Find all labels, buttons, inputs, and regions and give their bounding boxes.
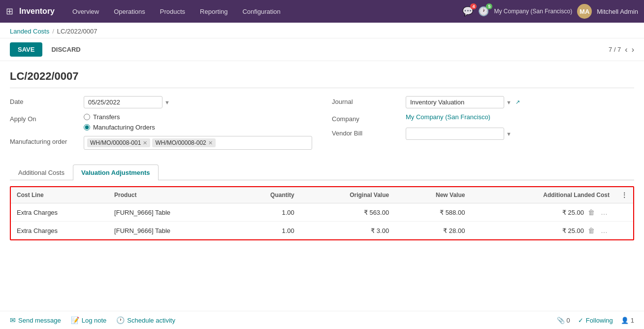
apps-menu-icon[interactable]: ⊞ xyxy=(6,6,13,17)
table-header-row: Cost Line Product Quantity Original Valu… xyxy=(11,187,633,203)
th-original-value: Original Value xyxy=(300,187,395,203)
vendor-bill-input[interactable] xyxy=(406,128,504,140)
top-menu: Overview Operations Products Reporting C… xyxy=(65,5,460,18)
td-cost-line-1: Extra Charges xyxy=(11,203,108,222)
th-additional-landed-cost: Additional Landed Cost xyxy=(471,187,615,203)
td-new-value-2: ₹ 28.00 xyxy=(395,222,471,240)
td-original-value-1: ₹ 563.00 xyxy=(300,203,395,222)
date-input[interactable] xyxy=(84,96,162,108)
td-product-2: [FURN_9666] Table xyxy=(108,222,234,240)
additional-cost-value-1: ₹ 25.00 xyxy=(562,209,584,216)
journal-field: ▼ ↗ xyxy=(406,96,634,108)
company-link[interactable]: My Company (San Francisco) xyxy=(406,113,490,121)
td-product-1: [FURN_9666] Table xyxy=(108,203,234,222)
messages-badge: 4 xyxy=(470,3,477,9)
tab-additional-costs[interactable]: Additional Costs xyxy=(10,164,73,180)
radio-transfers-label: Transfers xyxy=(93,113,120,121)
company-name[interactable]: My Company (San Francisco) xyxy=(494,8,572,15)
discard-button[interactable]: DISCARD xyxy=(46,42,85,57)
td-cost-line-2: Extra Charges xyxy=(11,222,108,240)
activities-badge: 5 xyxy=(486,3,492,9)
tag-mfg-002: WH/MO/00008-002 ✕ xyxy=(152,138,215,147)
date-label: Date xyxy=(10,96,84,105)
apply-on-row: Apply On Transfers Manufacturing Orders xyxy=(10,113,312,131)
row-menu-button-1[interactable]: … xyxy=(599,207,610,217)
th-product: Product xyxy=(108,187,234,203)
top-navigation: ⊞ Inventory Overview Operations Products… xyxy=(0,0,644,23)
messages-icon-button[interactable]: 💬 4 xyxy=(462,6,473,17)
company-row: Company My Company (San Francisco) xyxy=(332,113,634,123)
app-brand[interactable]: Inventory xyxy=(19,7,55,16)
apply-on-options: Transfers Manufacturing Orders xyxy=(84,113,312,131)
breadcrumb: Landed Costs / LC/2022/0007 xyxy=(0,23,644,38)
td-additional-cost-1: ₹ 25.00 🗑 … xyxy=(471,203,615,222)
pager-count: 7 / 7 xyxy=(609,46,621,53)
tab-valuation-adjustments[interactable]: Valuation Adjustments xyxy=(73,164,159,180)
journal-input[interactable] xyxy=(406,96,504,108)
main-content: LC/2022/0007 Date ▼ Apply On Transfers xyxy=(0,61,644,275)
pager: 7 / 7 ‹ › xyxy=(609,45,634,54)
breadcrumb-parent[interactable]: Landed Costs xyxy=(10,28,49,35)
tag-mfg-002-close[interactable]: ✕ xyxy=(208,140,213,146)
tag-mfg-001: WH/MO/00008-001 ✕ xyxy=(87,138,150,147)
radio-mfg-orders-label: Manufacturing Orders xyxy=(93,124,155,131)
menu-reporting[interactable]: Reporting xyxy=(193,5,234,18)
additional-cost-value-2: ₹ 25.00 xyxy=(562,227,584,234)
tabs-bar: Additional Costs Valuation Adjustments xyxy=(10,164,634,180)
row-delete-button-2[interactable]: 🗑 xyxy=(586,226,597,235)
journal-label: Journal xyxy=(332,96,406,105)
menu-operations[interactable]: Operations xyxy=(107,5,152,18)
table-row: Extra Charges [FURN_9666] Table 1.00 ₹ 5… xyxy=(11,203,633,222)
date-field[interactable]: ▼ xyxy=(84,96,312,108)
vendor-bill-field: ▼ xyxy=(406,128,634,140)
journal-row: Journal ▼ ↗ xyxy=(332,96,634,108)
pager-next-button[interactable]: › xyxy=(632,45,634,54)
username[interactable]: Mitchell Admin xyxy=(597,8,638,15)
tag-container[interactable]: WH/MO/00008-001 ✕ WH/MO/00008-002 ✕ xyxy=(84,136,312,150)
topnav-right: 💬 4 🕐 5 My Company (San Francisco) MA Mi… xyxy=(462,4,638,19)
tag-mfg-001-close[interactable]: ✕ xyxy=(143,140,147,146)
mfg-order-tags[interactable]: WH/MO/00008-001 ✕ WH/MO/00008-002 ✕ xyxy=(84,136,312,150)
save-button[interactable]: SAVE xyxy=(10,42,42,57)
menu-overview[interactable]: Overview xyxy=(65,5,106,18)
radio-transfers[interactable]: Transfers xyxy=(84,113,312,121)
pager-prev-button[interactable]: ‹ xyxy=(625,45,627,54)
td-additional-cost-2: ₹ 25.00 🗑 … xyxy=(471,222,615,240)
td-quantity-1: 1.00 xyxy=(234,203,300,222)
vendor-bill-dropdown-icon: ▼ xyxy=(506,131,512,137)
menu-products[interactable]: Products xyxy=(153,5,192,18)
td-quantity-2: 1.00 xyxy=(234,222,300,240)
td-spacer-2 xyxy=(615,222,633,240)
apply-on-label: Apply On xyxy=(10,113,84,123)
form-right-col: Journal ▼ ↗ Company My Company (San Fran… xyxy=(332,96,634,155)
tag-mfg-001-label: WH/MO/00008-001 xyxy=(90,139,141,146)
form-section: Date ▼ Apply On Transfers Manufacturing xyxy=(10,88,634,160)
td-original-value-2: ₹ 3.00 xyxy=(300,222,395,240)
toolbar: SAVE DISCARD 7 / 7 ‹ › xyxy=(0,38,644,61)
breadcrumb-current: LC/2022/0007 xyxy=(57,28,97,35)
th-menu[interactable]: ⋮ xyxy=(615,187,633,203)
mfg-order-label: Manufacturing order xyxy=(10,136,84,145)
row-delete-button-1[interactable]: 🗑 xyxy=(586,207,597,217)
vendor-bill-label: Vendor Bill xyxy=(332,128,406,137)
th-cost-line: Cost Line xyxy=(11,187,108,203)
company-value: My Company (San Francisco) xyxy=(406,113,634,121)
record-title: LC/2022/0007 xyxy=(10,61,634,88)
th-new-value: New Value xyxy=(395,187,471,203)
td-new-value-1: ₹ 588.00 xyxy=(395,203,471,222)
radio-mfg-orders[interactable]: Manufacturing Orders xyxy=(84,124,312,131)
td-spacer-1 xyxy=(615,203,633,222)
valuation-table: Cost Line Product Quantity Original Valu… xyxy=(11,187,633,239)
mfg-order-row: Manufacturing order WH/MO/00008-001 ✕ WH… xyxy=(10,136,312,150)
radio-mfg-orders-input[interactable] xyxy=(84,124,90,131)
vendor-bill-row: Vendor Bill ▼ xyxy=(332,128,634,140)
mfg-order-input[interactable] xyxy=(218,139,309,147)
radio-transfers-input[interactable] xyxy=(84,114,90,120)
row-menu-button-2[interactable]: … xyxy=(599,226,610,235)
tag-mfg-002-label: WH/MO/00008-002 xyxy=(155,139,206,146)
avatar[interactable]: MA xyxy=(577,4,592,19)
journal-external-link-icon[interactable]: ↗ xyxy=(515,99,520,105)
menu-configuration[interactable]: Configuration xyxy=(235,5,287,18)
activities-icon-button[interactable]: 🕐 5 xyxy=(478,6,489,17)
date-row: Date ▼ xyxy=(10,96,312,108)
